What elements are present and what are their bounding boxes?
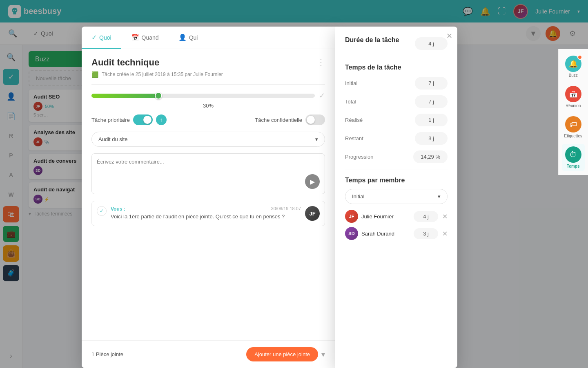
progress-row: ✓ [91, 91, 325, 100]
comment-header: Vous : 30/08/19 18:07 [111, 206, 301, 212]
modal-body: Audit technique ⋮ 🟩 Tâche créée le 25 ju… [82, 49, 335, 340]
comment-date: 30/08/19 18:07 [271, 206, 301, 212]
reunion-circle-icon: 📅 [565, 86, 581, 102]
buzz-notification-dot [577, 55, 582, 60]
toggles-row: Tâche prioritaire ↑ Tâche confidentielle [91, 114, 325, 125]
priority-toggle-item: Tâche prioritaire ↑ [91, 114, 167, 125]
member-row-julie: JF Julie Fournier 4 j ✕ [345, 210, 448, 223]
task-modal: ✓ Quoi 📅 Quand 👤 Qui Audit technique ⋮ 🟩 [82, 27, 588, 368]
attach-actions: Ajouter une pièce jointe ▾ [246, 347, 325, 361]
initial-label: Initial [345, 80, 357, 86]
field-restant: Restant 3 j [345, 132, 448, 145]
modal-title-row: Audit technique ⋮ [91, 57, 325, 68]
tab-qui-label: Qui [189, 34, 198, 41]
project-name: Audit du site [98, 136, 128, 142]
progress-bar-fill [91, 94, 158, 98]
modal-left-panel: ✓ Quoi 📅 Quand 👤 Qui Audit technique ⋮ 🟩 [82, 27, 335, 368]
field-progression: Progression 14,29 % [345, 150, 448, 163]
priority-toggle[interactable] [133, 114, 153, 125]
etiquettes-label: Etiquettes [564, 134, 582, 138]
member-remove-julie-icon[interactable]: ✕ [442, 213, 448, 220]
comment-item-1: ✓ Vous : 30/08/19 18:07 Voici la 1ère pa… [91, 201, 325, 226]
buzz-circle-icon: 🔔 [565, 56, 581, 72]
comment-check-icon: ✓ [97, 206, 107, 216]
realise-value[interactable]: 1 j [415, 114, 448, 126]
member-time-section: Temps par membre Initial ▾ JF Julie Four… [345, 177, 448, 240]
member-time-dropdown[interactable]: Initial ▾ [345, 189, 448, 204]
meta-text: Tâche créée le 25 juillet 2019 à 15:35 p… [102, 72, 223, 77]
tab-quand-label: Quand [142, 34, 159, 41]
comment-content: Vous : 30/08/19 18:07 Voici la 1ère part… [111, 206, 301, 221]
priority-toggle-knob [143, 116, 151, 124]
restant-value[interactable]: 3 j [415, 132, 448, 145]
initial-value[interactable]: 7 j [415, 77, 448, 90]
total-value[interactable]: 7 j [415, 95, 448, 108]
modal-meta: 🟩 Tâche créée le 25 juillet 2019 à 15:35… [91, 71, 325, 78]
modal-tab-qui[interactable]: 👤 Qui [169, 27, 208, 49]
member-time-julie[interactable]: 4 j [414, 211, 438, 222]
project-dropdown-chevron: ▾ [315, 136, 318, 142]
member-info-julie: JF Julie Fournier [345, 210, 394, 223]
comment-text: Voici la 1ère partie de l'audit en pièce… [111, 213, 301, 220]
progress-pct: 30% [91, 103, 325, 109]
progression-value[interactable]: 14,29 % [413, 150, 448, 163]
attachment-chevron-icon[interactable]: ▾ [321, 350, 325, 359]
member-avatar-sarah: SD [345, 227, 358, 240]
task-time-section: Temps de la tâche Initial 7 j Total 7 j … [345, 64, 448, 163]
comment-author: Vous : [111, 206, 125, 212]
confidential-toggle[interactable] [305, 114, 325, 125]
progress-check-icon[interactable]: ✓ [319, 91, 325, 100]
progress-bar-wrap[interactable] [91, 94, 315, 98]
comment-textarea[interactable] [97, 159, 320, 187]
add-attachment-btn[interactable]: Ajouter une pièce jointe [246, 347, 318, 361]
comment-send-btn[interactable]: ▶ [305, 174, 320, 189]
priority-label: Tâche prioritaire [91, 117, 130, 123]
confidential-toggle-item: Tâche confidentielle [255, 114, 325, 125]
member-name-sarah: Sarah Durand [361, 231, 394, 237]
realise-label: Réalisé [345, 117, 363, 123]
temps-label: Temps [567, 164, 580, 168]
member-dropdown-label: Initial [352, 193, 364, 200]
modal-close-btn[interactable]: ✕ [446, 31, 452, 40]
tab-qui-icon: 👤 [178, 34, 187, 41]
confidential-label: Tâche confidentielle [255, 117, 302, 123]
floating-temps-item[interactable]: ⏱ Temps [562, 144, 585, 171]
attachment-label: 1 Pièce jointe [91, 351, 123, 357]
restant-label: Restant [345, 135, 363, 141]
modal-tabs: ✓ Quoi 📅 Quand 👤 Qui [82, 27, 335, 49]
priority-up-icon: ↑ [156, 114, 167, 125]
modal-title: Audit technique [91, 57, 159, 68]
floating-side-panel: 🔔 Buzz 📅 Réunion 🏷 Etiquettes ⏱ Temps [558, 49, 588, 175]
member-time-title: Temps par membre [345, 177, 448, 184]
close-icon: ✕ [446, 32, 452, 40]
duration-value[interactable]: 4 j [415, 37, 448, 50]
modal-right-panel: ✕ Durée de la tâche 4 j Temps de la tâch… [335, 27, 457, 368]
task-duration-section: Durée de la tâche 4 j [345, 36, 448, 50]
member-remove-sarah-icon[interactable]: ✕ [442, 230, 448, 238]
comment-input-area: ▶ [91, 153, 325, 194]
temps-circle-icon: ⏱ [565, 146, 581, 163]
etiquettes-circle-icon: 🏷 [565, 116, 581, 132]
modal-tab-quand[interactable]: 📅 Quand [121, 27, 169, 49]
modal-tab-quoi[interactable]: ✓ Quoi [82, 27, 121, 49]
field-initial: Initial 7 j [345, 77, 448, 90]
progress-thumb[interactable] [155, 92, 162, 99]
meta-task-icon: 🟩 [91, 71, 98, 78]
project-dropdown[interactable]: Audit du site ▾ [91, 132, 325, 147]
floating-reunion-item[interactable]: 📅 Réunion [562, 83, 585, 110]
member-time-sarah[interactable]: 3 j [414, 228, 438, 239]
attachment-row: 1 Pièce jointe Ajouter une pièce jointe … [82, 340, 335, 368]
divider-1 [91, 84, 325, 85]
field-total: Total 7 j [345, 95, 448, 108]
tab-quand-icon: 📅 [131, 34, 139, 41]
member-name-julie: Julie Fournier [361, 213, 394, 220]
member-info-sarah: SD Sarah Durand [345, 227, 394, 240]
field-realise: Réalisé 1 j [345, 114, 448, 126]
modal-more-icon[interactable]: ⋮ [317, 57, 325, 67]
member-time-controls-julie: 4 j ✕ [414, 211, 448, 222]
floating-etiquettes-item[interactable]: 🏷 Etiquettes [562, 114, 585, 141]
comment-user-avatar: JF [305, 206, 320, 221]
confidential-toggle-knob [307, 116, 315, 124]
floating-buzz-item[interactable]: 🔔 Buzz [562, 53, 585, 80]
member-time-controls-sarah: 3 j ✕ [414, 228, 448, 239]
